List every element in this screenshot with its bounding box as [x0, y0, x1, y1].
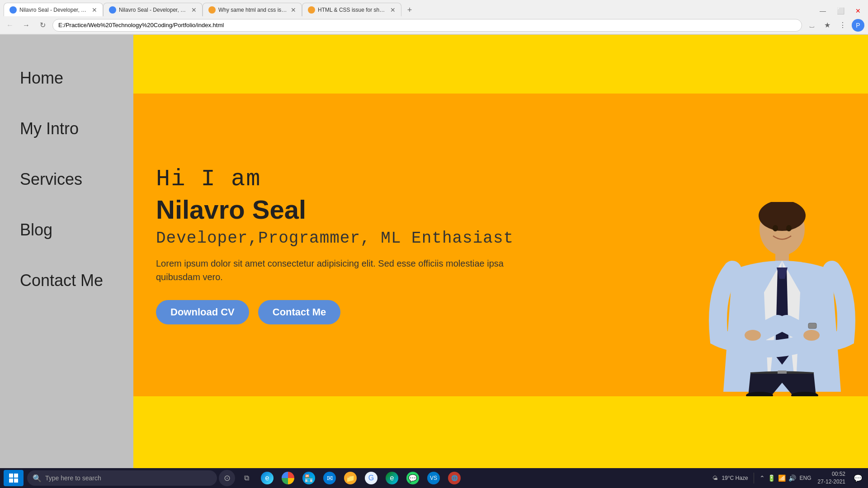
clock-time: 00:52: [832, 470, 845, 478]
taskbar-app-chrome2[interactable]: G: [362, 470, 381, 486]
taskbar-app-browser2[interactable]: 🌐: [445, 470, 464, 486]
refresh-button[interactable]: ↻: [36, 19, 49, 32]
close-button[interactable]: ✕: [852, 5, 864, 16]
start-button[interactable]: [4, 470, 24, 486]
taskbar-app-whatsapp[interactable]: 💬: [403, 470, 422, 486]
taskbar-app-vscode[interactable]: VS: [424, 470, 443, 486]
tab-close-1[interactable]: ✕: [92, 6, 97, 14]
chevron-up-icon[interactable]: ⌃: [760, 474, 765, 482]
maximize-button[interactable]: ⬜: [833, 5, 848, 16]
notification-button[interactable]: 💬: [852, 472, 864, 484]
browser-chrome: Nilavro Seal - Developer, Progra... ✕ Ni…: [0, 0, 868, 35]
minimize-button[interactable]: —: [816, 5, 830, 16]
tab-favicon-2: [109, 6, 116, 14]
menu-icon[interactable]: ⋮: [836, 19, 849, 32]
hero-section: Hi I am Nilavro Seal Developer,Programme…: [133, 94, 868, 396]
network-icon: 📶: [778, 474, 786, 482]
search-placeholder: Type here to search: [45, 474, 101, 482]
toolbar-icons: ⎵ ★ ⋮ P: [806, 19, 864, 32]
sidebar-item-my-intro[interactable]: My Intro: [20, 103, 133, 154]
new-tab-button[interactable]: +: [403, 4, 416, 16]
svg-rect-12: [14, 474, 18, 478]
yellow-top-section: [133, 35, 868, 94]
volume-icon[interactable]: 🔊: [788, 474, 796, 482]
tab-close-2[interactable]: ✕: [191, 6, 197, 14]
taskbar-app-edge2[interactable]: e: [382, 470, 401, 486]
taskbar-app-chrome[interactable]: [278, 470, 297, 486]
forward-button[interactable]: →: [20, 19, 33, 32]
tab-3[interactable]: Why same html and css is showi... ✕: [203, 3, 302, 16]
search-icon: 🔍: [33, 474, 42, 483]
weather-text: 19°C Haze: [722, 475, 748, 481]
sidebar: Home My Intro Services Blog Contact Me: [0, 35, 133, 469]
svg-point-6: [745, 330, 761, 341]
svg-rect-13: [9, 479, 13, 483]
svg-point-2: [773, 225, 778, 231]
description-text: Lorem ipsum dolor sit amet consectetur a…: [156, 257, 527, 284]
person-image: [669, 197, 868, 396]
tab-favicon-3: [208, 6, 216, 14]
download-cv-button[interactable]: Download CV: [156, 300, 249, 324]
page-wrapper: Home My Intro Services Blog Contact Me H…: [0, 35, 868, 469]
taskbar-apps: ⧉ e 🏪 ✉ 📁 G e 💬 VS 🌐: [237, 470, 711, 486]
battery-icon: 🔋: [768, 474, 775, 482]
yellow-bottom-section: [133, 396, 868, 469]
taskbar-app-mail[interactable]: ✉: [320, 470, 339, 486]
system-icons: ⌃ 🔋 📶 🔊: [760, 474, 796, 482]
tab-close-3[interactable]: ✕: [291, 6, 296, 14]
taskbar-sys-tray: 🌤 19°C Haze ⌃ 🔋 📶 🔊 ENG 00:52 27-12-2021…: [712, 470, 864, 486]
weather-icon: 🌤: [712, 475, 718, 481]
profile-avatar[interactable]: P: [852, 19, 864, 32]
name-text: Nilavro Seal: [156, 194, 527, 225]
taskbar-app-taskview[interactable]: ⧉: [237, 470, 256, 486]
contact-me-button[interactable]: Contact Me: [258, 300, 341, 324]
cast-icon[interactable]: ⎵: [806, 19, 818, 32]
sidebar-item-blog[interactable]: Blog: [20, 205, 133, 255]
svg-rect-11: [9, 474, 13, 478]
tabs-row: Nilavro Seal - Developer, Progra... ✕ Ni…: [0, 0, 868, 16]
taskbar: 🔍 Type here to search ⊙ ⧉ e 🏪 ✉ 📁 G e: [0, 468, 868, 488]
sidebar-item-home[interactable]: Home: [20, 53, 133, 103]
tab-label-2: Nilavro Seal - Developer, Progra...: [119, 7, 189, 13]
clock-area[interactable]: 00:52 27-12-2021: [815, 470, 848, 486]
cortana-button[interactable]: ⊙: [219, 470, 235, 486]
taskbar-app-explorer[interactable]: 📁: [341, 470, 360, 486]
sidebar-item-contact-me[interactable]: Contact Me: [20, 255, 133, 306]
lang-text[interactable]: ENG: [800, 475, 811, 481]
svg-rect-5: [808, 323, 816, 328]
button-row: Download CV Contact Me: [156, 300, 527, 324]
tab-label-4: HTML & CSS issue for showing U...: [318, 7, 387, 13]
sys-tray-divider: [754, 473, 754, 483]
bookmark-icon[interactable]: ★: [821, 19, 834, 32]
svg-rect-14: [14, 479, 18, 483]
tab-favicon-4: [308, 6, 315, 14]
tab-favicon-1: [9, 6, 17, 14]
tab-2[interactable]: Nilavro Seal - Developer, Progra... ✕: [103, 3, 203, 16]
tab-4[interactable]: HTML & CSS issue for showing U... ✕: [302, 3, 401, 16]
back-button[interactable]: ←: [4, 19, 16, 32]
sidebar-item-services[interactable]: Services: [20, 154, 133, 205]
clock-date: 27-12-2021: [818, 478, 845, 486]
address-input[interactable]: [52, 19, 802, 32]
main-content: Hi I am Nilavro Seal Developer,Programme…: [133, 35, 868, 469]
greeting-text: Hi I am: [156, 166, 527, 192]
person-svg: [678, 202, 859, 396]
tab-1[interactable]: Nilavro Seal - Developer, Progra... ✕: [4, 3, 103, 16]
taskbar-app-edge[interactable]: e: [258, 470, 277, 486]
tab-close-4[interactable]: ✕: [390, 6, 396, 14]
tab-label-1: Nilavro Seal - Developer, Progra...: [19, 7, 89, 13]
taskbar-search-box[interactable]: 🔍 Type here to search: [27, 470, 217, 486]
taskbar-app-store[interactable]: 🏪: [299, 470, 318, 486]
svg-point-7: [803, 330, 820, 341]
tab-label-3: Why same html and css is showi...: [218, 7, 288, 13]
address-bar-row: ← → ↻ ⎵ ★ ⋮ P: [0, 16, 868, 34]
svg-point-3: [786, 225, 792, 231]
window-controls: — ⬜ ✕: [816, 5, 864, 16]
roles-text: Developer,Programmer, ML Enthasiast: [156, 229, 527, 248]
